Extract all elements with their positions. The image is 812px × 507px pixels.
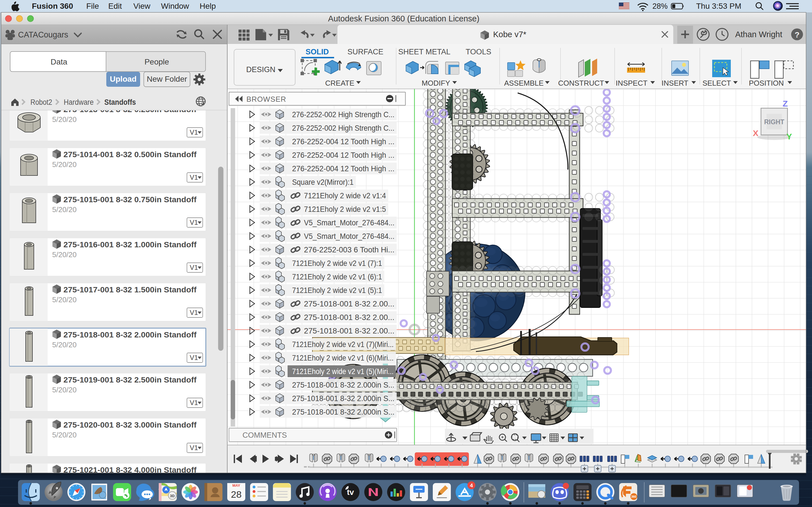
svg-text:RIGHT: RIGHT <box>764 118 784 126</box>
svg-text:CONSTRUCT: CONSTRUCT <box>558 79 604 87</box>
svg-text:7121Eholy 2 wide v2 v1:4: 7121Eholy 2 wide v2 v1:4 <box>304 191 386 200</box>
svg-text:V1: V1 <box>190 399 198 406</box>
svg-text:V5_Smart_Motor_276-484...: V5_Smart_Motor_276-484... <box>304 232 395 240</box>
svg-text:Kobe v7*: Kobe v7* <box>493 30 526 39</box>
svg-text:MAY: MAY <box>232 483 240 488</box>
svg-text:5/20/20: 5/20/20 <box>52 295 77 304</box>
svg-text:Y: Y <box>786 132 792 141</box>
svg-text:INSPECT: INSPECT <box>616 79 648 87</box>
svg-text:Athan Wright: Athan Wright <box>735 30 782 39</box>
svg-text:7121Eholy 2 wide v2 v1 (7)(Mir: 7121Eholy 2 wide v2 v1 (7)(Miri... <box>292 340 394 349</box>
svg-text:Z: Z <box>783 99 788 108</box>
svg-text:INSERT: INSERT <box>662 79 689 87</box>
svg-text:7121Eholy 2 wide v2 v1 (5)(Mir: 7121Eholy 2 wide v2 v1 (5)(Miri... <box>292 367 394 376</box>
svg-text:CREATE: CREATE <box>325 79 354 87</box>
svg-text:V1: V1 <box>190 173 198 181</box>
svg-text:275-1018-001 8-32 2.00...: 275-1018-001 8-32 2.00... <box>304 299 395 308</box>
svg-text:V1: V1 <box>190 264 198 271</box>
svg-text:SURFACE: SURFACE <box>347 48 384 56</box>
svg-text:275-1020-001 8-32 3.000in Stan: 275-1020-001 8-32 3.000in Standoff <box>63 421 197 429</box>
svg-text:V1: V1 <box>190 309 198 316</box>
svg-text:275-1018-001 8-32 2.000in S...: 275-1018-001 8-32 2.000in S... <box>292 394 395 403</box>
svg-text:Standoffs: Standoffs <box>104 98 136 107</box>
svg-text:POSITION: POSITION <box>749 79 784 87</box>
svg-text:V1: V1 <box>190 354 198 361</box>
svg-text:5/20/20: 5/20/20 <box>52 250 77 259</box>
svg-text:TOOLS: TOOLS <box>465 48 491 56</box>
svg-text:4: 4 <box>470 483 473 489</box>
svg-text:Robot2: Robot2 <box>31 98 52 107</box>
svg-text:5/20/20: 5/20/20 <box>52 431 77 439</box>
svg-text:Upload: Upload <box>110 75 137 83</box>
svg-text:28%: 28% <box>652 2 668 10</box>
svg-text:5/20/20: 5/20/20 <box>52 205 77 214</box>
svg-text:Window: Window <box>161 2 189 10</box>
svg-text:Autodesk Fusion 360 (Education: Autodesk Fusion 360 (Education License) <box>328 14 479 23</box>
svg-text:Data: Data <box>50 57 67 66</box>
svg-text:275-1018-001 8-32 2.00...: 275-1018-001 8-32 2.00... <box>304 327 395 335</box>
svg-text:?: ? <box>795 31 799 39</box>
svg-text:7121Eholy 2 wide v2 v1 (6)(Mir: 7121Eholy 2 wide v2 v1 (6)(Miri... <box>292 353 394 362</box>
svg-text:SELECT: SELECT <box>702 79 731 87</box>
svg-text:Hardware: Hardware <box>64 98 94 107</box>
svg-text:New Folder: New Folder <box>147 75 187 83</box>
svg-text:7121Eholy 2 wide v2 v1 (6):1: 7121Eholy 2 wide v2 v1 (6):1 <box>292 272 382 281</box>
svg-text:276-2252-002 High Strength C..: 276-2252-002 High Strength C... <box>292 110 395 119</box>
svg-text:SOLID: SOLID <box>306 48 329 56</box>
svg-text:276-2252-002 High Strength C..: 276-2252-002 High Strength C... <box>292 124 395 132</box>
svg-text:275-1018-001 8-32 2.000in S...: 275-1018-001 8-32 2.000in S... <box>292 381 395 389</box>
svg-text:5/20/20: 5/20/20 <box>52 115 77 124</box>
svg-text:5/20/20: 5/20/20 <box>52 160 77 169</box>
svg-text:276-2252-003 6 Tooth Hi...: 276-2252-003 6 Tooth Hi... <box>304 245 395 254</box>
svg-text:View: View <box>133 2 151 10</box>
svg-text:275-1014-001 8-32 0.500in Stan: 275-1014-001 8-32 0.500in Standoff <box>63 151 197 159</box>
svg-text:275-1015-001 8-32 0.750in Stan: 275-1015-001 8-32 0.750in Standoff <box>63 195 197 204</box>
svg-text:MODIFY: MODIFY <box>421 79 450 87</box>
svg-text:V1: V1 <box>190 444 198 452</box>
svg-text:275-1016-001 8-32 1.000in Stan: 275-1016-001 8-32 1.000in Standoff <box>63 240 197 249</box>
svg-text:SHEET METAL: SHEET METAL <box>398 48 450 56</box>
svg-text:Help: Help <box>200 2 216 10</box>
svg-text:276-2252-004 12 Tooth High ...: 276-2252-004 12 Tooth High ... <box>292 151 395 159</box>
svg-text:tv: tv <box>347 488 354 497</box>
svg-text:5/20/20: 5/20/20 <box>52 386 77 394</box>
svg-text:275-1018-001 8-32 2.000in Stan: 275-1018-001 8-32 2.000in Standoff <box>63 331 197 339</box>
svg-text:Thu 3:53 PM: Thu 3:53 PM <box>696 2 741 10</box>
svg-text:BROWSER: BROWSER <box>246 95 286 103</box>
svg-text:Fusion 360: Fusion 360 <box>32 2 73 10</box>
svg-text:ASSEMBLE: ASSEMBLE <box>504 79 544 87</box>
svg-text:V5_Smart_Motor_276-484...: V5_Smart_Motor_276-484... <box>304 218 395 227</box>
svg-text:X: X <box>753 128 758 138</box>
svg-text:Edit: Edit <box>108 2 122 10</box>
svg-text:5/20/20: 5/20/20 <box>52 341 77 349</box>
svg-text:File: File <box>86 2 99 10</box>
svg-text:V1: V1 <box>190 128 198 136</box>
svg-text:People: People <box>144 57 169 66</box>
svg-text:276-2252-004 12 Tooth High ...: 276-2252-004 12 Tooth High ... <box>292 164 395 173</box>
svg-text:V1: V1 <box>190 219 198 226</box>
svg-text:7121Eholy 2 wide v2 v1 (5):1: 7121Eholy 2 wide v2 v1 (5):1 <box>292 286 382 295</box>
svg-text:Square v2(Mirror):1: Square v2(Mirror):1 <box>292 178 354 186</box>
svg-text:3D: 3D <box>170 494 175 498</box>
svg-text:DESIGN: DESIGN <box>246 65 275 74</box>
svg-text:COMMENTS: COMMENTS <box>243 431 287 439</box>
svg-text:275-1018-001 8-32 2.000in S...: 275-1018-001 8-32 2.000in S... <box>292 407 395 416</box>
svg-text:275-1017-001 8-32 1.500in Stan: 275-1017-001 8-32 1.500in Standoff <box>63 286 197 294</box>
svg-text:CATACougars: CATACougars <box>18 30 68 39</box>
svg-text:7121Eholy 2 wide v2 v1 (7):1: 7121Eholy 2 wide v2 v1 (7):1 <box>292 259 382 268</box>
svg-text:7121Eholy 2 wide v2 v1:5: 7121Eholy 2 wide v2 v1:5 <box>304 205 386 214</box>
svg-text:28: 28 <box>231 489 242 500</box>
svg-text:276-2252-004 12 Tooth High ...: 276-2252-004 12 Tooth High ... <box>292 137 395 146</box>
svg-text:275-1019-001 8-32 2.500in Stan: 275-1019-001 8-32 2.500in Standoff <box>63 376 197 384</box>
svg-text:360: 360 <box>631 495 637 498</box>
svg-text:275-1018-001 8-32 2.00...: 275-1018-001 8-32 2.00... <box>304 313 395 322</box>
